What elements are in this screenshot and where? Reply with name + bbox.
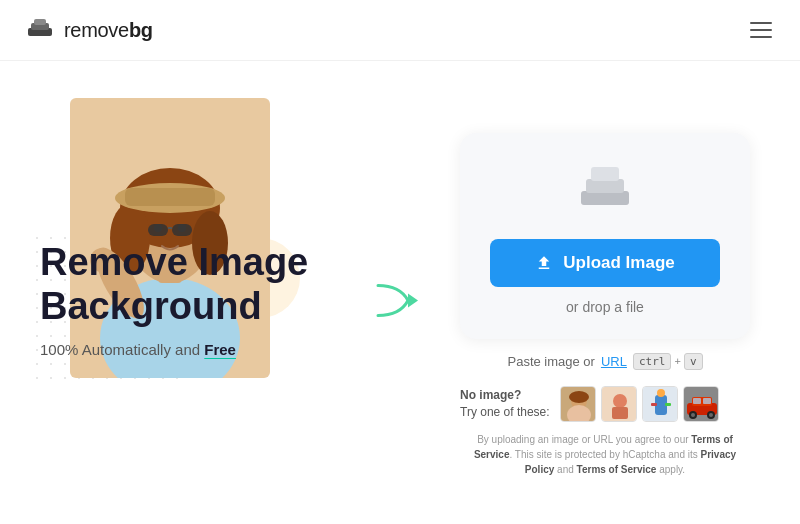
svg-point-28: [613, 394, 627, 408]
hero-section: Remove Image Background 100% Automatical…: [40, 231, 390, 377]
logo-icon: [24, 14, 56, 46]
logo[interactable]: removebg: [24, 14, 153, 46]
sample-thumb-2[interactable]: [601, 386, 637, 422]
keyboard-shortcut: ctrl + v: [633, 353, 703, 370]
logo-text: removebg: [64, 19, 153, 42]
svg-rect-29: [612, 407, 628, 419]
svg-rect-2: [34, 19, 46, 25]
sample-thumb-4[interactable]: [683, 386, 719, 422]
svg-rect-33: [651, 403, 657, 406]
svg-point-39: [691, 413, 695, 417]
v-key: v: [684, 353, 703, 370]
paste-row: Paste image or URL ctrl + v: [507, 353, 702, 370]
sample-label: No image? Try one of these:: [460, 387, 550, 421]
svg-rect-43: [703, 398, 711, 404]
arrow-decoration: [370, 275, 420, 334]
plus-sign: +: [674, 355, 680, 367]
sample-thumbs: [560, 386, 719, 422]
svg-rect-20: [581, 191, 629, 205]
url-link[interactable]: URL: [601, 354, 627, 369]
svg-point-32: [657, 389, 665, 397]
svg-rect-11: [125, 188, 215, 206]
svg-rect-42: [693, 398, 701, 404]
hamburger-menu[interactable]: [746, 18, 776, 42]
sample-thumb-1[interactable]: [560, 386, 596, 422]
upload-section: Upload Image or drop a file Paste image …: [450, 133, 760, 477]
sample-thumb-3[interactable]: [642, 386, 678, 422]
upload-icon: [535, 254, 553, 272]
svg-rect-22: [591, 167, 619, 181]
hero-subtitle: 100% Automatically and Free: [40, 341, 390, 358]
svg-rect-21: [586, 179, 624, 193]
terms-text: By uploading an image or URL you agree t…: [460, 432, 750, 477]
svg-point-26: [569, 391, 589, 403]
paste-prefix: Paste image or: [507, 354, 594, 369]
upload-box: Upload Image or drop a file: [460, 133, 750, 339]
layers-icon: [573, 163, 637, 219]
svg-point-41: [709, 413, 713, 417]
terms-link-2[interactable]: Terms of Service: [577, 464, 657, 475]
ctrl-key: ctrl: [633, 353, 672, 370]
svg-rect-34: [665, 403, 671, 406]
hero-title: Remove Image Background: [40, 241, 390, 328]
sample-images-row: No image? Try one of these:: [460, 386, 750, 422]
svg-marker-19: [408, 293, 418, 307]
drop-label: or drop a file: [566, 299, 644, 315]
upload-button[interactable]: Upload Image: [490, 239, 720, 287]
